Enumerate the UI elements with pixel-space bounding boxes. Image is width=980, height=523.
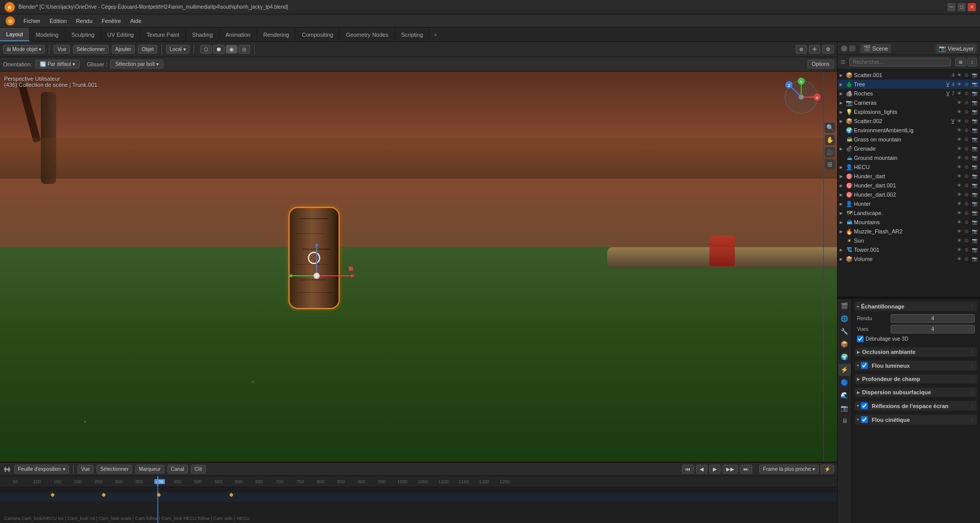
outliner-item-grass[interactable]: ▶ 🏔 Grass on mountain 👁 ⊙ 📷 bbox=[838, 135, 980, 144]
add-menu[interactable]: Ajouter bbox=[112, 45, 135, 54]
item-render-btn[interactable]: 📷 bbox=[971, 209, 978, 217]
outliner-filter-btn[interactable]: ⊛ bbox=[955, 58, 966, 66]
item-render-btn[interactable]: 📷 bbox=[971, 182, 978, 189]
orientation-selector[interactable]: 🔄 Par défaut ▾ bbox=[35, 60, 80, 68]
outliner-item-muzzle[interactable]: ▶ 🔥 Muzzle_Flash_AR2 👁 ⊙ 📷 bbox=[838, 227, 980, 236]
camera-button[interactable]: 🎥 bbox=[825, 147, 835, 157]
frame-selector[interactable]: Frame la plus proche ▾ bbox=[759, 465, 819, 473]
viewport-gizmo[interactable]: Y X Z bbox=[781, 77, 822, 118]
pan-button[interactable]: ✋ bbox=[825, 135, 835, 145]
item-vis-btn[interactable]: 👁 bbox=[955, 219, 963, 226]
snap-button[interactable]: ⚡ bbox=[821, 465, 834, 473]
item-render-btn[interactable]: 📷 bbox=[971, 200, 978, 207]
item-render-btn[interactable]: 📷 bbox=[971, 219, 978, 226]
menu-fichier[interactable]: Fichier bbox=[19, 17, 44, 25]
item-sel-btn[interactable]: ⊙ bbox=[963, 228, 970, 235]
outliner-item-explosions[interactable]: ▶ 💡 Explosions_lights 👁 ⊙ 📷 bbox=[838, 107, 980, 116]
item-vis-btn[interactable]: 👁 bbox=[955, 117, 963, 125]
tab-sculpting[interactable]: Sculpting bbox=[65, 28, 101, 41]
item-vis-btn[interactable]: 👁 bbox=[955, 163, 963, 171]
item-sel-btn[interactable]: ⊙ bbox=[963, 200, 970, 207]
item-render-btn[interactable]: 📷 bbox=[971, 154, 978, 161]
item-render-btn[interactable]: 📷 bbox=[971, 117, 978, 125]
item-render-btn[interactable]: 📷 bbox=[971, 99, 978, 106]
sampling-section-header[interactable]: ▾ Échantillonnage ⋮ bbox=[855, 302, 977, 311]
viewlayer-selector[interactable]: 📷 ViewLayer bbox=[936, 44, 977, 53]
solid-shading-btn[interactable]: ⬢ bbox=[213, 45, 225, 54]
item-sel-btn[interactable]: ⊙ bbox=[963, 219, 970, 226]
item-vis-btn[interactable]: 👁 bbox=[955, 182, 963, 189]
item-vis-btn[interactable]: 👁 bbox=[955, 154, 963, 161]
outliner-item-tower[interactable]: ▶ 🏗 Tower.001 👁 ⊙ 📷 bbox=[838, 245, 980, 254]
rendu-value[interactable]: 4 bbox=[891, 314, 975, 323]
item-vis-btn[interactable]: 👁 bbox=[955, 108, 963, 115]
item-sel-btn[interactable]: ⊙ bbox=[963, 99, 970, 106]
jump-start-button[interactable]: ⏮ bbox=[682, 465, 694, 473]
outliner-sync-btn[interactable]: ↕ bbox=[967, 58, 977, 66]
prop-tab-render[interactable]: 🎬 bbox=[839, 300, 851, 312]
prop-tab-output[interactable]: 🌐 bbox=[839, 313, 851, 325]
tab-shading[interactable]: Shading bbox=[186, 28, 219, 41]
item-sel-btn[interactable]: ⊙ bbox=[963, 145, 970, 152]
item-render-btn[interactable]: 📷 bbox=[971, 136, 978, 143]
menu-fenetre[interactable]: Fenêtre bbox=[98, 17, 125, 25]
menu-aide[interactable]: Aide bbox=[126, 17, 146, 25]
item-render-btn[interactable]: 📷 bbox=[971, 191, 978, 198]
outliner-item-ground-mountain[interactable]: ▶ ⛰ Ground mountain 👁 ⊙ 📷 bbox=[838, 153, 980, 162]
add-workspace-button[interactable]: + bbox=[429, 28, 441, 41]
tab-uv-editing[interactable]: UV Editing bbox=[101, 28, 140, 41]
item-sel-btn[interactable]: ⊙ bbox=[963, 209, 970, 217]
object-menu[interactable]: Objet bbox=[138, 45, 157, 54]
item-sel-btn[interactable]: ⊙ bbox=[963, 191, 970, 198]
item-sel-btn[interactable]: ⊙ bbox=[963, 255, 970, 263]
tab-geometry-nodes[interactable]: Geometry Nodes bbox=[340, 28, 395, 41]
item-vis-btn[interactable]: 👁 bbox=[955, 72, 963, 79]
item-render-btn[interactable]: 📷 bbox=[971, 108, 978, 115]
item-render-btn[interactable]: 📷 bbox=[971, 228, 978, 235]
prop-tab-modifiers[interactable]: 🔵 bbox=[839, 376, 851, 389]
prop-tab-scene[interactable]: 📦 bbox=[839, 338, 851, 350]
reflexions-checkbox[interactable] bbox=[861, 402, 868, 409]
item-vis-btn[interactable]: 👁 bbox=[955, 255, 963, 263]
vues-value[interactable]: 4 bbox=[891, 325, 975, 334]
item-vis-btn[interactable]: 👁 bbox=[955, 81, 963, 88]
tab-scripting[interactable]: Scripting bbox=[395, 28, 429, 41]
reflexions-header[interactable]: ▾ Réflexions de l'espace écran ⋮ bbox=[855, 401, 977, 411]
dispersion-header[interactable]: ▶ Dispersion subsurfacique ⋮ bbox=[855, 388, 977, 397]
item-vis-btn[interactable]: 👁 bbox=[955, 145, 963, 152]
timeline-marker-menu[interactable]: Marqueur bbox=[135, 465, 164, 473]
item-vis-btn[interactable]: 👁 bbox=[955, 136, 963, 143]
orthographic-button[interactable]: ⊞ bbox=[825, 159, 835, 170]
prop-tab-constraints[interactable]: 🖥 bbox=[839, 415, 851, 427]
item-sel-btn[interactable]: ⊙ bbox=[963, 117, 970, 125]
outliner-item-volume[interactable]: ▶ 📦 Volume 👁 ⊙ 📷 bbox=[838, 254, 980, 264]
timeline-cle-menu[interactable]: Clé bbox=[191, 465, 206, 473]
outliner-item-landscape[interactable]: ▶ 🗺 Landscape. 👁 ⊙ 📷 bbox=[838, 208, 980, 218]
item-sel-btn[interactable]: ⊙ bbox=[963, 173, 970, 180]
timeline-mode-selector[interactable]: Feuille d'exposition ▾ bbox=[14, 465, 69, 473]
scene-selector[interactable]: 🎬 Scene bbox=[860, 44, 891, 53]
rendered-shading-btn[interactable]: ◎ bbox=[238, 45, 250, 54]
item-sel-btn[interactable]: ⊙ bbox=[963, 108, 970, 115]
play-button[interactable]: ▶ bbox=[709, 465, 721, 473]
item-render-btn[interactable]: 📷 bbox=[971, 72, 978, 79]
viewport-shading-selector[interactable]: Local ▾ bbox=[166, 45, 189, 54]
item-render-btn[interactable]: 📷 bbox=[971, 145, 978, 152]
mode-selector[interactable]: ⊞ Mode objet ▾ bbox=[3, 45, 45, 54]
tab-modeling[interactable]: Modeling bbox=[30, 28, 65, 41]
item-vis-btn[interactable]: 👁 bbox=[955, 90, 963, 97]
flou-lumineux-header[interactable]: ▾ Flou lumineux ⋮ bbox=[855, 361, 977, 370]
outliner-item-scatter001[interactable]: ▶ 📦 Scatter.001 4 👁 ⊙ 📷 bbox=[838, 70, 980, 80]
timeline-canal-menu[interactable]: Canal bbox=[168, 465, 188, 473]
item-render-btn[interactable]: 📷 bbox=[971, 237, 978, 244]
item-vis-btn[interactable]: 👁 bbox=[955, 246, 963, 253]
item-sel-btn[interactable]: ⊙ bbox=[963, 182, 970, 189]
viewport-settings-btn[interactable]: ⚙ bbox=[822, 45, 834, 54]
prop-tab-view-layer[interactable]: 🔧 bbox=[839, 325, 851, 338]
item-vis-btn[interactable]: 👁 bbox=[955, 127, 963, 134]
item-sel-btn[interactable]: ⊙ bbox=[963, 246, 970, 253]
menu-edition[interactable]: Édition bbox=[45, 17, 71, 25]
blender-icon-menu[interactable]: ⦿ bbox=[4, 16, 16, 26]
timeline-select-menu[interactable]: Sélectionner bbox=[97, 465, 132, 473]
item-vis-btn[interactable]: 👁 bbox=[955, 228, 963, 235]
